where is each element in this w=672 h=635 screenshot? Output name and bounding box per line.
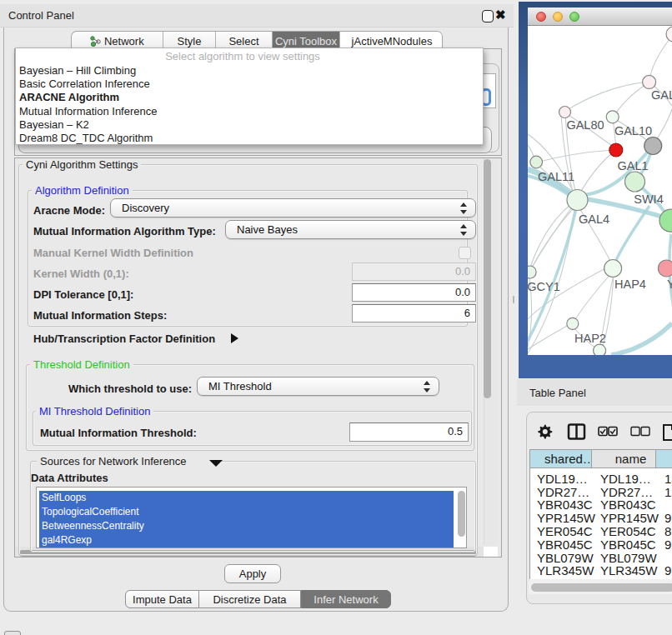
svg-text:SWI4: SWI4 [634, 192, 663, 206]
svg-text:YL: YL [667, 278, 672, 291]
svg-text:GAL4: GAL4 [579, 212, 609, 226]
svg-text:GAL11: GAL11 [538, 170, 574, 183]
svg-text:HAP2: HAP2 [574, 332, 606, 345]
svg-text:GAL80: GAL80 [566, 118, 604, 132]
svg-text:HAP4: HAP4 [614, 278, 646, 291]
svg-text:GAL10: GAL10 [614, 124, 652, 138]
svg-text:GAL7: GAL7 [651, 88, 672, 102]
svg-text:GAL1: GAL1 [617, 159, 648, 172]
svg-text:GCY1: GCY1 [528, 280, 560, 293]
